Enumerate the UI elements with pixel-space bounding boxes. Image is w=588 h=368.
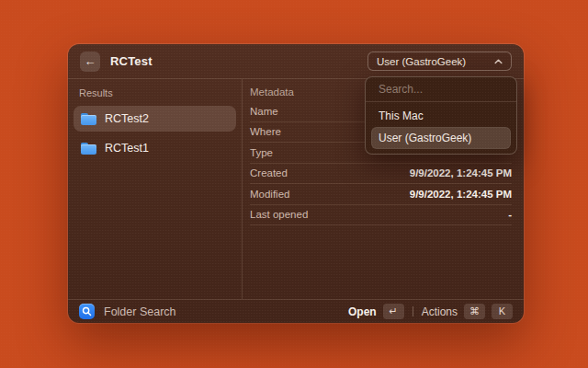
results-panel: Results RCTest2 RCTest1 [68, 79, 243, 299]
dropdown-option-list: This Mac User (GastroGeek) [366, 102, 516, 152]
scope-dropdown-menu: This Mac User (GastroGeek) [365, 76, 517, 155]
back-button[interactable]: ← [80, 52, 100, 72]
result-item-label: RCTest2 [105, 112, 149, 125]
scope-selector-value: User (GastroGeek) [377, 56, 466, 67]
title-bar: ← RCTest User (GastroGeek) [68, 44, 524, 79]
footer-actions: Open ↵ Actions ⌘ K [348, 304, 513, 319]
dropdown-search-row [366, 77, 516, 102]
dropdown-option-user-gastrogeek[interactable]: User (GastroGeek) [371, 127, 511, 149]
dropdown-option-this-mac[interactable]: This Mac [371, 105, 511, 127]
command-key-badge: ⌘ [464, 304, 485, 319]
page-title: RCTest [110, 54, 153, 68]
chevron-up-icon [494, 59, 503, 64]
result-item-label: RCTest1 [105, 142, 149, 155]
footer-bar: Folder Search Open ↵ Actions ⌘ K [68, 299, 524, 323]
result-item-rctest1[interactable]: RCTest1 [74, 135, 236, 161]
result-item-rctest2[interactable]: RCTest2 [74, 106, 236, 132]
return-key-badge: ↵ [383, 304, 404, 319]
open-button[interactable]: Open [348, 305, 377, 318]
search-window: ← RCTest User (GastroGeek) Results RCTes… [68, 44, 524, 323]
command-name-label: Folder Search [104, 305, 176, 318]
folder-icon [81, 113, 96, 125]
search-icon [79, 304, 95, 319]
scope-selector-button[interactable]: User (GastroGeek) [368, 52, 512, 71]
metadata-row-last-opened: Last opened - [250, 205, 512, 226]
k-key-badge: K [492, 304, 513, 319]
metadata-row-created: Created 9/9/2022, 1:24:45 PM [250, 164, 512, 185]
results-header: Results [79, 87, 231, 98]
footer-divider [413, 306, 413, 316]
folder-icon [81, 143, 96, 155]
metadata-row-modified: Modified 9/9/2022, 1:24:45 PM [250, 184, 512, 205]
magnifier-glyph [82, 306, 92, 316]
dropdown-search-input[interactable] [377, 82, 505, 97]
back-arrow-icon: ← [85, 55, 96, 67]
actions-button[interactable]: Actions [422, 305, 458, 318]
